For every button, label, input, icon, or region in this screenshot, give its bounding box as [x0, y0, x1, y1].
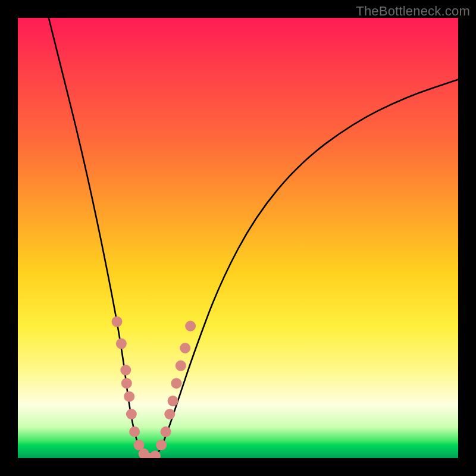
plot-area [18, 18, 458, 458]
marker-dot [180, 343, 190, 353]
marker-dot [129, 427, 140, 437]
outer-frame: TheBottleneck.com [0, 0, 476, 476]
marker-layer [112, 317, 196, 458]
marker-dot [134, 440, 145, 450]
marker-dot [116, 339, 127, 349]
marker-dot [164, 409, 175, 419]
bottleneck-curve [49, 18, 458, 457]
watermark-text: TheBottleneck.com [356, 4, 470, 19]
marker-dot [176, 361, 186, 371]
marker-dot [124, 391, 134, 402]
chart-svg [18, 18, 458, 458]
marker-dot [112, 317, 123, 327]
marker-dot [185, 321, 196, 331]
marker-dot [171, 378, 181, 389]
marker-dot [156, 440, 167, 450]
marker-dot [139, 449, 149, 458]
marker-dot [144, 453, 155, 458]
marker-dot [126, 409, 137, 419]
marker-dot [121, 378, 132, 389]
marker-dot [120, 365, 131, 375]
marker-dot [161, 427, 171, 437]
marker-dot [150, 450, 161, 458]
marker-dot [168, 396, 178, 406]
